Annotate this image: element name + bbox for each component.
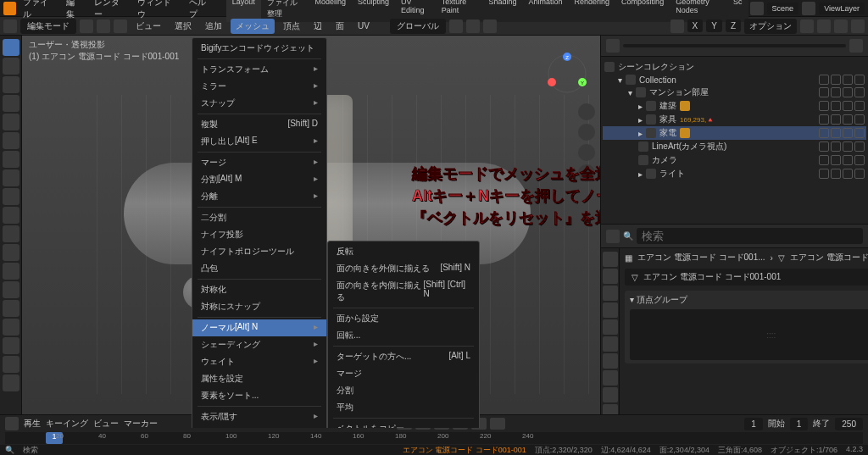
tool-spin[interactable] — [3, 300, 19, 317]
nm-split[interactable]: 分割 — [328, 382, 479, 399]
tl-end-frame[interactable]: 250 — [835, 418, 863, 430]
viewlayer-name-field[interactable]: ViewLayer — [819, 3, 865, 14]
ptab-viewlayer[interactable] — [603, 286, 618, 301]
scene-name-field[interactable]: Scene — [767, 3, 799, 14]
nav-zoom-icon[interactable] — [578, 103, 595, 120]
mi-convex[interactable]: 凸包 — [192, 260, 326, 277]
tab-rendering[interactable]: Rendering — [569, 0, 616, 22]
mi-weights[interactable]: ウェイト — [192, 353, 326, 370]
mi-shading[interactable]: シェーディング — [192, 336, 326, 353]
ol-collection[interactable]: ▾ Collection — [603, 74, 866, 86]
select-vert-icon[interactable] — [80, 19, 93, 33]
viewport-options[interactable]: オプション — [744, 19, 797, 34]
mi-knife[interactable]: ナイフ投影 — [192, 226, 326, 243]
scene-icon[interactable] — [750, 2, 764, 15]
outliner-type-icon[interactable] — [606, 39, 620, 53]
hdr-vertex[interactable]: 頂点 — [278, 19, 305, 34]
shading-rendered-icon[interactable] — [851, 19, 865, 33]
tool-rip[interactable] — [3, 375, 19, 391]
nm-merge[interactable]: マージ — [328, 365, 479, 382]
tool-shrink[interactable] — [3, 356, 19, 373]
nm-point-target[interactable]: ターゲットの方へ...[Alt] L — [328, 348, 479, 365]
ptab-output[interactable] — [603, 269, 618, 284]
axis-y[interactable]: Y — [706, 19, 722, 32]
ptab-world[interactable] — [603, 319, 618, 335]
tool-rotate[interactable] — [3, 95, 19, 112]
mi-bisect[interactable]: 二分割 — [192, 209, 326, 226]
tl-current-frame[interactable]: 1 — [744, 418, 763, 430]
mi-extrude[interactable]: 押し出し[Alt] E — [192, 133, 326, 150]
mesh-edit-overlay-icon[interactable] — [670, 19, 684, 33]
nm-from-faces[interactable]: 面から設定 — [328, 310, 479, 327]
axis-x[interactable]: X — [687, 19, 704, 32]
tab-shading[interactable]: Shading — [483, 0, 523, 22]
nm-average[interactable]: 平均 — [328, 399, 479, 416]
outliner-search[interactable] — [623, 44, 846, 47]
mi-attr[interactable]: 属性を設定 — [192, 370, 326, 387]
nm-flip[interactable]: 反転 — [328, 243, 479, 260]
tab-compositing[interactable]: Compositing — [615, 0, 670, 22]
ptab-render[interactable] — [603, 252, 618, 267]
tool-inset[interactable] — [3, 207, 19, 224]
vgroup-list[interactable]: :::: — [630, 309, 868, 360]
mi-normals[interactable]: ノーマル[Alt] N — [192, 319, 326, 336]
tool-scale[interactable] — [3, 114, 19, 130]
snap-icon[interactable] — [466, 19, 480, 33]
3d-viewport[interactable]: ユーザー・透視投影 (1) エアコン 電源コード コード001-001 Z Y … — [22, 36, 600, 428]
nm-recalc-out[interactable]: 面の向きを外側に揃える[Shift] N — [328, 260, 479, 277]
tool-knife[interactable] — [3, 263, 19, 280]
tool-annotate[interactable] — [3, 151, 19, 168]
ol-room[interactable]: ▾ マンション部屋 — [603, 86, 866, 99]
select-face-icon[interactable] — [114, 19, 127, 33]
tl-start-frame[interactable]: 1 — [790, 418, 809, 430]
mode-selector[interactable]: 編集モード — [20, 19, 76, 34]
mi-mirror[interactable]: ミラー — [192, 78, 326, 95]
tool-extrude[interactable] — [3, 188, 19, 205]
tl-view-menu[interactable]: ビュー — [93, 418, 119, 430]
nav-gizmo-icon[interactable]: Z Y — [546, 53, 588, 95]
shading-solid-icon[interactable] — [817, 19, 831, 33]
mi-transform[interactable]: トランスフォーム — [192, 61, 326, 78]
hdr-select[interactable]: 選択 — [170, 19, 197, 34]
tl-marker-menu[interactable]: マーカー — [124, 418, 158, 430]
mi-cleanup[interactable]: クリーンアップ — [192, 425, 326, 428]
tool-cursor[interactable] — [3, 58, 19, 75]
ol-item-0[interactable]: ▸ 建築 — [603, 99, 866, 113]
ptab-modifier[interactable] — [603, 353, 618, 369]
ptab-object[interactable] — [603, 336, 618, 352]
tab-sculpting[interactable]: Sculpting — [352, 0, 395, 22]
ptab-particle[interactable] — [603, 370, 618, 386]
mi-showhide[interactable]: 表示/隠す — [192, 408, 326, 425]
mi-separate[interactable]: 分離 — [192, 188, 326, 205]
mesh-name-field[interactable]: エアコン 電源コード コード001-001 — [643, 271, 781, 283]
ol-camera[interactable]: カメラ — [603, 153, 866, 167]
hdr-view[interactable]: ビュー — [131, 19, 166, 34]
mi-symmetrize[interactable]: 対称化 — [192, 281, 326, 298]
editor-type-icon[interactable] — [3, 19, 17, 33]
ol-light[interactable]: ▸ ライト — [603, 167, 866, 180]
menu-render[interactable]: レンダー — [89, 0, 131, 22]
tool-bevel[interactable] — [3, 225, 19, 242]
tl-play-menu[interactable]: 再生 — [24, 418, 41, 430]
ptab-scene[interactable] — [603, 302, 618, 318]
timeline-type-icon[interactable] — [5, 417, 19, 430]
ol-item-1[interactable]: ▸ 家具169,293,🔺 — [603, 113, 866, 126]
mi-bigify[interactable]: Bigifyエンコードウィジェット — [192, 40, 326, 57]
vgroup-header[interactable]: ▾ 頂点グループ — [630, 294, 868, 306]
tool-select-box[interactable] — [3, 39, 19, 56]
timeline-ruler[interactable]: 1 20406080100120140160180200220240 — [5, 432, 863, 444]
nav-persp-icon[interactable] — [578, 164, 595, 181]
tl-jump-end-icon[interactable] — [490, 418, 505, 430]
mi-knife-topo[interactable]: ナイフトポロジーツール — [192, 243, 326, 260]
mi-snap[interactable]: スナップ — [192, 95, 326, 112]
ol-item-2[interactable]: ▸ 家電 — [603, 126, 866, 140]
ptab-physics[interactable] — [603, 387, 618, 402]
mi-split[interactable]: 分割[Alt] M — [192, 171, 326, 188]
tool-loopcut[interactable] — [3, 244, 19, 261]
proportional-icon[interactable] — [483, 19, 497, 33]
status-search[interactable]: 検索 — [23, 445, 38, 456]
tool-edge-slide[interactable] — [3, 337, 19, 354]
outliner-filter-icon[interactable] — [849, 39, 863, 53]
hdr-add[interactable]: 追加 — [200, 19, 227, 34]
mi-merge[interactable]: マージ — [192, 154, 326, 171]
